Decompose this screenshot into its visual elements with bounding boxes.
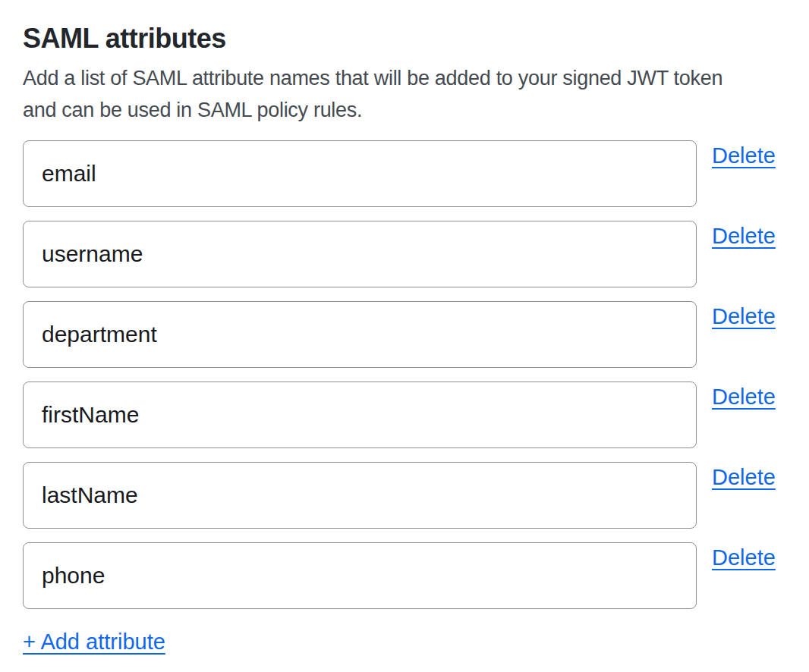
delete-link[interactable]: Delete — [712, 143, 776, 168]
attribute-row: Delete — [23, 382, 786, 448]
section-description-line-1: Add a list of SAML attribute names that … — [23, 62, 786, 94]
section-description-line-2: and can be used in SAML policy rules. — [23, 94, 786, 126]
attribute-row: Delete — [23, 462, 786, 529]
section-title: SAML attributes — [23, 23, 786, 55]
attribute-input-lastname[interactable] — [23, 462, 697, 529]
saml-attributes-section: SAML attributes Add a list of SAML attri… — [0, 0, 809, 655]
attribute-input-phone[interactable] — [23, 542, 697, 609]
delete-link[interactable]: Delete — [712, 545, 776, 570]
attribute-row: Delete — [23, 542, 786, 609]
attribute-row: Delete — [23, 301, 786, 368]
attribute-input-email[interactable] — [23, 140, 697, 207]
attribute-row: Delete — [23, 140, 786, 207]
saml-attributes-page: SAML attributes Add a list of SAML attri… — [0, 0, 809, 672]
delete-link[interactable]: Delete — [712, 224, 776, 249]
section-description: Add a list of SAML attribute names that … — [23, 62, 786, 126]
attribute-input-department[interactable] — [23, 301, 697, 368]
attribute-input-username[interactable] — [23, 221, 697, 287]
add-attribute-link[interactable]: + Add attribute — [23, 630, 165, 655]
delete-link[interactable]: Delete — [712, 385, 776, 410]
attribute-row: Delete — [23, 221, 786, 287]
attribute-input-firstname[interactable] — [23, 382, 697, 448]
delete-link[interactable]: Delete — [712, 465, 776, 490]
delete-link[interactable]: Delete — [712, 304, 776, 329]
